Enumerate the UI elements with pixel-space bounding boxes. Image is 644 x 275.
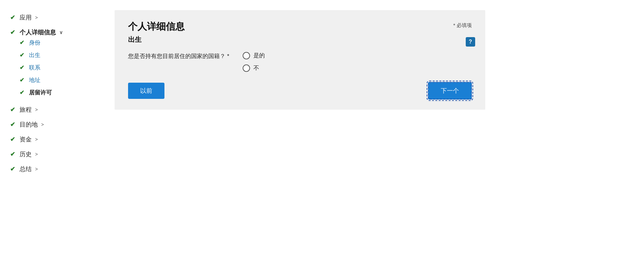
sidebar: ✔ 应用 > ✔ 个人详细信息 ∨ ✔ 身份 ✔ 出生 ✔ 联系 ✔ 地 (0, 0, 101, 275)
sidebar-item-mudidi[interactable]: ✔ 目的地 > (10, 117, 94, 132)
prev-button[interactable]: 以前 (128, 83, 164, 99)
radio-label-yes: 是的 (253, 52, 265, 59)
sidebar-section-personal-title[interactable]: ✔ 个人详细信息 ∨ (10, 28, 94, 36)
chevron-icon-zijin: > (35, 137, 38, 142)
chevron-icon-zongjie: > (35, 166, 38, 172)
sidebar-item-juliu[interactable]: ✔ 居留许可 (20, 86, 94, 99)
sidebar-item-lianxi[interactable]: ✔ 联系 (20, 61, 94, 74)
sidebar-item-shenfen[interactable]: ✔ 身份 (20, 36, 94, 49)
question-row: 您是否持有您目前居住的国家的国籍？ * 是的 不 (128, 52, 472, 72)
radio-group: 是的 不 (243, 52, 265, 72)
sidebar-label-lianxi: 联系 (29, 64, 40, 72)
sidebar-label-shenfen: 身份 (29, 39, 40, 47)
asterisk: * (227, 53, 229, 59)
radio-option-yes[interactable]: 是的 (243, 52, 265, 59)
check-icon-shenfen: ✔ (20, 39, 26, 46)
sidebar-item-lvcheng[interactable]: ✔ 旅程 > (10, 102, 94, 117)
chevron-icon-personal: ∨ (59, 30, 63, 35)
required-note: * 必填项 (453, 22, 472, 29)
sidebar-label-yingyong: 应用 (20, 13, 32, 22)
next-button[interactable]: 下一个 (428, 82, 472, 100)
chevron-icon-mudidi: > (41, 122, 44, 127)
sidebar-label-zijin: 资金 (20, 135, 32, 143)
chevron-icon-lvcheng: > (35, 107, 38, 112)
sidebar-label-lvcheng: 旅程 (20, 106, 32, 114)
check-icon-zongjie: ✔ (10, 165, 17, 173)
check-icon-lianxi: ✔ (20, 64, 26, 71)
form-header: 个人详细信息 * 必填项 (128, 20, 472, 33)
chevron-icon-lishi: > (35, 152, 38, 157)
sidebar-item-dizhi[interactable]: ✔ 地址 (20, 74, 94, 86)
check-icon-zijin: ✔ (10, 136, 17, 143)
sidebar-label-personal: 个人详细信息 (20, 28, 56, 36)
sidebar-label-dizhi: 地址 (29, 76, 40, 84)
sidebar-label-juliu: 居留许可 (29, 89, 52, 97)
check-icon-dizhi: ✔ (20, 77, 26, 84)
sidebar-label-lishi: 历史 (20, 150, 32, 158)
question-label: 您是否持有您目前居住的国家的国籍？ * (128, 52, 229, 60)
chevron-icon-yingyong: > (35, 15, 38, 20)
check-icon-lvcheng: ✔ (10, 106, 17, 113)
check-icon-juliu: ✔ (20, 89, 26, 96)
sidebar-item-zongjie[interactable]: ✔ 总结 > (10, 162, 94, 176)
help-button[interactable]: ? (466, 37, 475, 47)
check-icon-mudidi: ✔ (10, 121, 17, 128)
radio-label-no: 不 (253, 64, 259, 72)
sidebar-item-lishi[interactable]: ✔ 历史 > (10, 147, 94, 162)
sidebar-label-chusheng: 出生 (29, 51, 40, 59)
radio-circle-yes (243, 52, 250, 59)
sidebar-sub-items-personal: ✔ 身份 ✔ 出生 ✔ 联系 ✔ 地址 ✔ 居留许可 (20, 36, 94, 99)
form-title: 个人详细信息 (128, 20, 185, 33)
radio-circle-no (243, 64, 250, 72)
sidebar-label-zongjie: 总结 (20, 165, 32, 173)
main-content: 个人详细信息 * 必填项 出生 您是否持有您目前居住的国家的国籍？ * 是的 不… (101, 0, 644, 275)
form-footer: 以前 下一个 (128, 82, 472, 100)
form-card: 个人详细信息 * 必填项 出生 您是否持有您目前居住的国家的国籍？ * 是的 不… (115, 10, 485, 110)
check-icon-lishi: ✔ (10, 150, 17, 158)
check-icon-yingyong: ✔ (10, 14, 17, 21)
sidebar-section-personal: ✔ 个人详细信息 ∨ ✔ 身份 ✔ 出生 ✔ 联系 ✔ 地址 ✔ 居留 (10, 25, 94, 102)
check-icon-chusheng: ✔ (20, 52, 26, 59)
sidebar-item-chusheng[interactable]: ✔ 出生 (20, 49, 94, 61)
check-icon-personal: ✔ (10, 29, 17, 36)
sidebar-item-zijin[interactable]: ✔ 资金 > (10, 132, 94, 147)
section-subtitle: 出生 (128, 35, 472, 44)
question-text: 您是否持有您目前居住的国家的国籍？ (128, 53, 225, 59)
sidebar-label-mudidi: 目的地 (20, 120, 38, 129)
sidebar-item-yingyong[interactable]: ✔ 应用 > (10, 10, 94, 25)
radio-option-no[interactable]: 不 (243, 64, 265, 72)
